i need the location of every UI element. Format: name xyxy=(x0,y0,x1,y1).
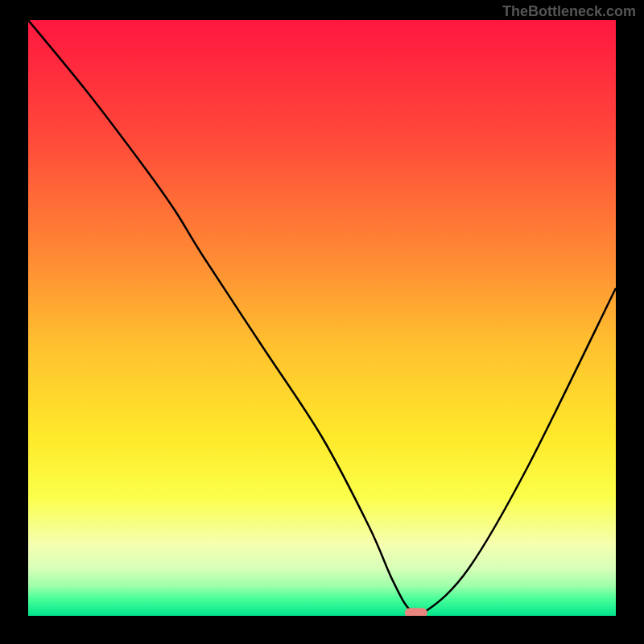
gradient-background xyxy=(28,20,616,616)
optimal-marker xyxy=(405,608,427,616)
bottleneck-chart xyxy=(28,20,616,616)
watermark-text: TheBottleneck.com xyxy=(502,3,636,20)
chart-svg xyxy=(28,20,616,616)
